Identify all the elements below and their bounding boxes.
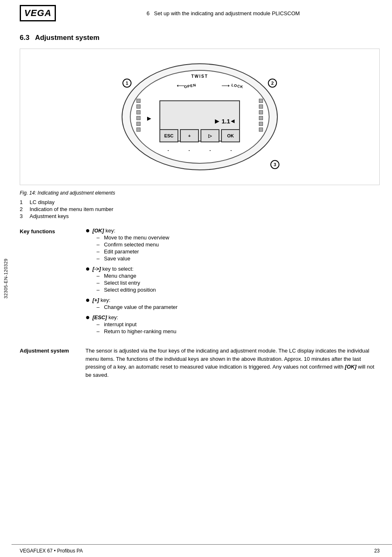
plus-key-label: [+] [92,297,99,303]
segment-6 [136,128,141,132]
legend-item-1: 1 LC display [20,199,380,205]
adjustment-system-text: The sensor is adjusted via the four keys… [85,347,380,379]
device-diagram: TWIST OPEN ⟵ ⟶ LOCK [113,57,286,176]
esc-sub-2: –Return to higher-ranking menu [97,328,380,334]
arrow-key-label: [->] [92,266,101,272]
figure-legend: 1 LC display 2 Indication of the menu it… [20,199,380,219]
arrow-button[interactable]: ▷ [201,129,219,142]
esc-button[interactable]: ESC [159,129,178,142]
esc-sub-1: –interrupt input [97,321,380,327]
arrow-key-item: ● [->] key to select: –Menu change –Sele… [85,266,380,294]
esc-key-label: [ESC] [92,314,107,320]
header-title: 6 Set up with the indicating and adjustm… [67,10,380,16]
cursor-indicator: ◀ [231,118,234,124]
ok-button[interactable]: OK [221,129,240,142]
legend-item-3: 3 Adjustment keys [20,213,380,219]
sidebar-label: 32305-EN-120329 [0,0,12,557]
rsegment-6 [259,128,263,132]
twist-label: TWIST [191,74,208,79]
plus-sub-list: –Change value of the parameter [97,304,380,310]
open-label: OPEN [184,83,196,89]
segment-4 [136,116,141,120]
section-number: 6.3 [20,34,30,42]
segment-5 [136,122,141,126]
num-circle-2: 2 [268,79,277,88]
key-list: ● [OK] key: –Move to the menu overview –… [85,227,380,335]
ok-sub-4: –Save value [97,255,380,262]
adjustment-system-section: Adjustment system The sensor is adjusted… [20,347,380,379]
adjustment-system-content: The sensor is adjusted via the four keys… [85,347,380,379]
chapter-number: 6 [147,10,150,16]
arrow-sub-3: –Select editing position [97,287,380,293]
esc-sub-list: –interrupt input –Return to higher-ranki… [97,321,380,334]
arrow-sub-2: –Select list entry [97,280,380,286]
display-pointer: ▶ [147,115,151,121]
plus-key-content: [+] key: –Change value of the parameter [92,297,380,311]
bullet-arrow: ● [85,265,90,272]
buttons-row[interactable]: ESC + ▷ OK [159,129,240,142]
plus-sub-1: –Change value of the parameter [97,304,380,310]
ok-key-item: ● [OK] key: –Move to the menu overview –… [85,227,380,262]
adjustment-system-label: Adjustment system [20,347,85,379]
rsegment-5 [259,122,263,126]
sidebar-text: 32305-EN-120329 [3,258,8,298]
lock-arrow-right: ⟶ [221,82,230,89]
num-circle-1: 1 [122,79,131,88]
ok-sub-1: –Move to the menu overview [97,234,380,241]
ok-emphasis: [OK] [345,364,356,370]
key-functions-content: ● [OK] key: –Move to the menu overview –… [85,227,380,339]
arrow-key-content: [->] key to select: –Menu change –Select… [92,266,380,294]
rsegment-4 [259,116,263,120]
ok-key-content: [OK] key: –Move to the menu overview –Co… [92,227,380,262]
button-dots: • • • • [159,149,241,152]
ok-sub-3: –Edit parameter [97,248,380,255]
key-functions-section: Key functions ● [OK] key: –Move to the m… [20,227,380,339]
left-segment-group [136,99,141,132]
page-header: VEGA 6 Set up with the indicating and ad… [12,0,392,26]
figure-caption: Fig. 14: Indicating and adjustment eleme… [20,190,380,196]
segment-1 [136,99,141,103]
ok-key-label: [OK] [92,227,104,234]
plus-key-item: ● [+] key: –Change value of the paramete… [85,297,380,311]
bullet-esc: ● [85,313,90,321]
segment-2 [136,104,141,109]
esc-key-item: ● [ESC] key: –interrupt input –Return to… [85,314,380,335]
rsegment-1 [259,99,263,103]
footer-product: VEGAFLEX 67 • Profibus PA [20,548,83,554]
num-circle-3: 3 [270,160,279,169]
plus-button[interactable]: + [180,129,199,142]
main-content: 6.3 Adjustment system TWIST OPEN ⟵ ⟶ LOC… [12,34,392,379]
open-arrow-left: ⟵ [177,82,185,89]
arrow-sub-list: –Menu change –Select list entry –Select … [97,273,380,293]
figure-container: TWIST OPEN ⟵ ⟶ LOCK [20,49,380,185]
footer-page: 23 [374,548,380,554]
logo-text: VEGA [24,8,51,18]
logo-box: VEGA [20,5,56,21]
key-functions-label: Key functions [20,227,85,339]
chapter-title: Set up with the indicating and adjustmen… [154,10,300,16]
rsegment-2 [259,104,263,109]
lock-label: LOCK [231,83,244,89]
arrow-sub-1: –Menu change [97,273,380,279]
bullet-plus: ● [85,296,90,304]
segment-3 [136,110,141,114]
ok-sub-2: –Confirm selected menu [97,241,380,248]
page-footer: VEGAFLEX 67 • Profibus PA 23 [12,544,392,557]
section-title: Adjustment system [35,34,99,42]
logo-area: VEGA [20,5,58,21]
display-value: 1.1 [221,118,230,125]
rsegment-3 [259,110,263,114]
device-inner-ring: TWIST OPEN ⟵ ⟶ LOCK [130,70,270,164]
legend-item-2: 2 Indication of the menu item number [20,206,380,212]
esc-key-content: [ESC] key: –interrupt input –Return to h… [92,314,380,335]
ok-sub-list: –Move to the menu overview –Confirm sele… [97,234,380,262]
arrow-pointer: ▶ [215,118,219,124]
section-heading: 6.3 Adjustment system [20,34,380,42]
bullet-ok: ● [85,227,90,234]
right-segment-group [259,99,263,132]
